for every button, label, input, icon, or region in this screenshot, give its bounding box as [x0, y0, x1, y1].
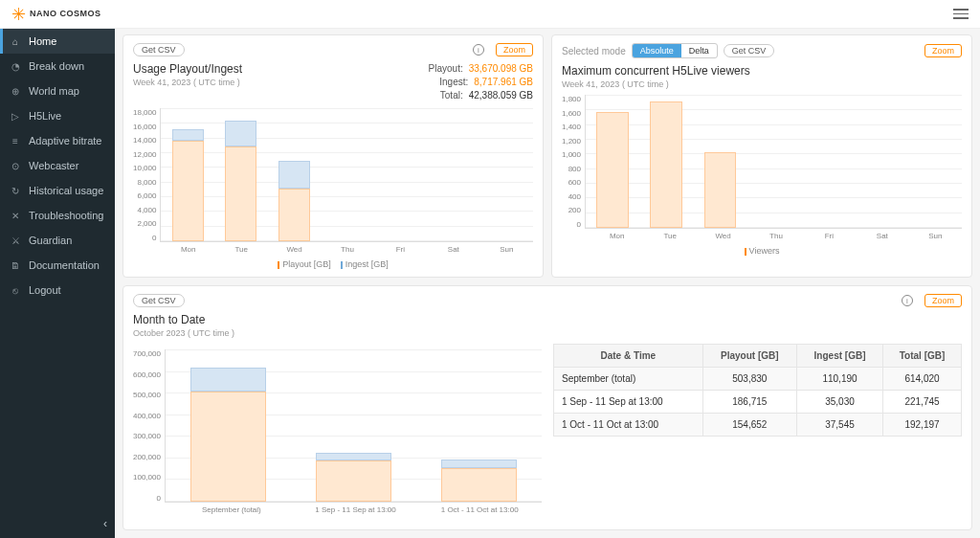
- ingest-value: 8,717.961 GB: [474, 77, 533, 87]
- ingest-label: Ingest:: [439, 77, 468, 87]
- play-icon: ▷: [10, 110, 21, 122]
- get-csv-button[interactable]: Get CSV: [133, 294, 185, 307]
- sidebar-item-label: Documentation: [29, 259, 100, 271]
- home-icon: ⌂: [10, 35, 21, 47]
- top-header: ✳ NANO COSMOS: [0, 0, 980, 29]
- sidebar-item-label: Guardian: [29, 235, 72, 246]
- card-title: Usage Playout/Ingest: [133, 62, 242, 76]
- mode-toggle: Absolute Delta: [632, 43, 718, 58]
- table-header: Date & Time: [554, 345, 703, 368]
- collapse-sidebar-icon[interactable]: ‹: [103, 517, 107, 530]
- card-subtitle: Week 41, 2023 ( UTC time ): [133, 78, 242, 87]
- card-title: Month to Date: [133, 313, 962, 326]
- table-header: Ingest [GB]: [797, 345, 883, 368]
- zoom-button[interactable]: Zoom: [496, 43, 533, 56]
- card-subtitle: Week 41, 2023 ( UTC time ): [562, 79, 962, 89]
- info-icon[interactable]: i: [902, 295, 913, 306]
- history-icon: ↻: [10, 185, 21, 196]
- table-row: September (total)503,830110,190614,020: [554, 368, 962, 391]
- sidebar-item-label: Adaptive bitrate: [29, 135, 101, 146]
- sidebar-item-home[interactable]: ⌂ Home: [0, 29, 115, 54]
- mode-absolute-button[interactable]: Absolute: [633, 44, 681, 57]
- viewers-legend: Viewers: [562, 246, 962, 256]
- brand-name: NANO COSMOS: [30, 10, 101, 18]
- piechart-icon: ◔: [10, 60, 21, 72]
- mtd-card: Get CSV i Zoom Month to Date October 202…: [122, 285, 972, 530]
- usage-legend: Playout [GB] Ingest [GB]: [133, 259, 533, 269]
- sidebar-item-breakdown[interactable]: ◔ Break down: [0, 54, 115, 78]
- viewers-card: Selected mode Absolute Delta Get CSV Zoo…: [551, 34, 972, 278]
- sidebar-item-label: Webcaster: [29, 160, 78, 171]
- table-row: 1 Sep - 11 Sep at 13:00186,71535,030221,…: [554, 391, 962, 414]
- sidebar-item-h5live[interactable]: ▷ H5Live: [0, 103, 115, 128]
- mode-delta-button[interactable]: Delta: [681, 44, 717, 57]
- usage-chart: 18,00016,00014,00012,00010,0008,0006,000…: [133, 108, 533, 242]
- table-header: Playout [GB]: [702, 345, 796, 368]
- menu-icon[interactable]: [953, 9, 969, 19]
- viewers-chart: 1,8001,6001,4001,2001,0008006004002000: [562, 95, 962, 229]
- logout-icon: ⎋: [10, 284, 21, 296]
- brand-logo: ✳ NANO COSMOS: [11, 4, 101, 25]
- broadcast-icon: ⊙: [10, 160, 21, 171]
- sidebar-item-documentation[interactable]: 🗎 Documentation: [0, 253, 115, 278]
- globe-icon: ⊕: [10, 85, 21, 97]
- table-header: Total [GB]: [883, 345, 962, 368]
- get-csv-button[interactable]: Get CSV: [724, 44, 775, 57]
- playout-label: Playout:: [429, 63, 463, 74]
- mode-label: Selected mode: [562, 46, 626, 56]
- mtd-chart: 700,000600,000500,000400,000300,000200,0…: [133, 344, 542, 514]
- sidebar-item-worldmap[interactable]: ⊕ World map: [0, 78, 115, 103]
- sidebar: ⌂ Home ◔ Break down ⊕ World map ▷ H5Live…: [0, 0, 115, 538]
- total-label: Total:: [440, 90, 463, 101]
- document-icon: 🗎: [10, 259, 21, 271]
- sidebar-item-troubleshooting[interactable]: ✕ Troubleshooting: [0, 203, 115, 228]
- sidebar-item-logout[interactable]: ⎋ Logout: [0, 278, 115, 303]
- zoom-button[interactable]: Zoom: [924, 44, 962, 57]
- sidebar-item-historical[interactable]: ↻ Historical usage: [0, 178, 115, 203]
- card-subtitle: October 2023 ( UTC time ): [133, 328, 962, 338]
- sidebar-item-label: Break down: [29, 60, 84, 72]
- main-content: Get CSV i Zoom Usage Playout/Ingest Week…: [115, 0, 980, 538]
- legend-ingest: Ingest [GB]: [345, 259, 389, 269]
- bars-icon: ≡: [10, 135, 21, 146]
- shield-icon: ⚔: [10, 235, 21, 246]
- get-csv-button[interactable]: Get CSV: [133, 43, 185, 56]
- info-icon[interactable]: i: [473, 44, 484, 56]
- sidebar-item-adaptive[interactable]: ≡ Adaptive bitrate: [0, 128, 115, 153]
- sidebar-item-label: Troubleshooting: [29, 210, 103, 221]
- sidebar-item-label: Home: [29, 35, 56, 47]
- logo-burst-icon: ✳: [11, 4, 26, 25]
- legend-playout: Playout [GB]: [282, 259, 331, 269]
- legend-viewers: Viewers: [749, 246, 780, 256]
- playout-value: 33,670.098 GB: [469, 63, 533, 74]
- card-title: Maximum concurrent H5Live viewers: [562, 64, 962, 78]
- sidebar-item-label: Historical usage: [29, 185, 103, 196]
- tools-icon: ✕: [10, 210, 21, 221]
- total-value: 42,388.059 GB: [469, 90, 533, 101]
- usage-card: Get CSV i Zoom Usage Playout/Ingest Week…: [122, 34, 544, 278]
- sidebar-item-webcaster[interactable]: ⊙ Webcaster: [0, 153, 115, 178]
- sidebar-item-label: H5Live: [29, 110, 61, 122]
- sidebar-item-label: World map: [29, 85, 79, 97]
- mtd-table: Date & TimePlayout [GB]Ingest [GB]Total …: [553, 344, 962, 514]
- sidebar-item-guardian[interactable]: ⚔ Guardian: [0, 228, 115, 253]
- table-row: 1 Oct - 11 Oct at 13:00154,65237,545192,…: [554, 414, 962, 437]
- usage-stats: Playout:33,670.098 GB Ingest:8,717.961 G…: [429, 62, 533, 102]
- zoom-button[interactable]: Zoom: [924, 294, 962, 307]
- sidebar-item-label: Logout: [29, 284, 61, 296]
